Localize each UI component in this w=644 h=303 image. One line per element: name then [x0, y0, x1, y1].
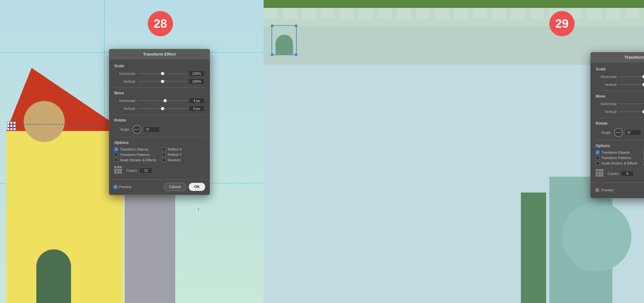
left-reflect-y-label: Reflect Y — [168, 153, 182, 157]
right-preview-row: Preview — [595, 188, 643, 192]
left-scale-label: Scale — [114, 64, 205, 68]
right-divider-3 — [596, 140, 644, 140]
right-scale-h-row: Horizontal: 100% — [596, 74, 644, 80]
right-move-h-slider[interactable] — [620, 104, 644, 104]
house-door — [36, 249, 71, 303]
right-castle-wall — [264, 27, 644, 65]
dashed-line — [16, 124, 105, 125]
merlon — [606, 8, 620, 19]
left-random-checkbox[interactable] — [162, 158, 166, 162]
right-options-columns: Transform Objects Transform Patterns Sca… — [596, 151, 644, 167]
left-scale-h-value[interactable]: 100% — [189, 71, 205, 76]
left-angle-label: Angle: — [114, 128, 130, 131]
left-scale-h-slider[interactable] — [138, 73, 187, 74]
right-transform-objects-label: Transform Objects — [601, 151, 630, 154]
right-dial-inner — [616, 132, 621, 133]
merlon — [530, 8, 544, 19]
right-copies-value[interactable]: 9 — [621, 171, 634, 176]
left-reflect-x-checkbox[interactable] — [162, 147, 166, 151]
left-reflect-y-row[interactable]: Reflect Y — [162, 153, 205, 157]
right-scale-strokes-checkbox[interactable] — [596, 161, 599, 165]
merlon — [454, 8, 468, 19]
merlon — [435, 8, 449, 19]
left-angle-value[interactable]: 0° — [144, 127, 160, 132]
right-move-v-label: Vertical: — [596, 110, 617, 114]
right-rotate-row: Angle: 0° — [596, 128, 644, 137]
left-move-h-label: Horizontal: — [114, 99, 136, 103]
right-green-top — [264, 0, 644, 8]
left-scale-strokes-row[interactable]: Scale Strokes & Effects — [114, 158, 157, 162]
step-badge-29: 29 — [549, 11, 575, 36]
left-transform-dialog[interactable]: Transform Effect Scale Horizontal: 100% … — [109, 49, 210, 195]
right-move-h-label: Horizontal: — [596, 102, 617, 106]
left-scale-v-value[interactable]: 100% — [189, 79, 205, 84]
step-badge-28: 28 — [148, 11, 173, 36]
left-move-v-label: Vertical: — [114, 107, 136, 110]
merlon — [283, 8, 297, 19]
left-preview-checkbox[interactable] — [114, 185, 117, 189]
merlon-row — [264, 8, 644, 19]
sel-corner-tl — [271, 25, 273, 27]
right-dialog-footer: Preview Cancel OK — [591, 182, 644, 198]
right-scale-v-label: Vertical: — [596, 83, 617, 86]
left-scale-v-label: Vertical: — [114, 80, 136, 83]
left-dialog-body: Scale Horizontal: 100% Vertical: 100% — [109, 59, 210, 179]
left-move-v-thumb — [161, 107, 164, 110]
merlon — [359, 8, 373, 19]
right-scale-strokes-row[interactable]: Scale Strokes & Effects — [596, 161, 638, 165]
handle-dot — [10, 125, 13, 127]
left-random-row[interactable]: Random — [162, 158, 205, 162]
left-scale-h-thumb — [161, 72, 164, 75]
right-angle-dial[interactable] — [614, 128, 623, 137]
left-reflect-x-label: Reflect X — [168, 147, 182, 151]
left-transform-patterns-row[interactable]: Transform Patterns — [114, 153, 157, 157]
scene-container: 28 Transform Effect Scale Horizontal: 10… — [0, 0, 644, 303]
left-reflect-x-row[interactable]: Reflect X — [162, 147, 205, 151]
right-move-v-slider[interactable] — [620, 111, 644, 112]
left-cancel-button[interactable]: Cancel — [164, 183, 186, 191]
merlon — [473, 8, 487, 19]
selection-handle — [7, 122, 16, 130]
left-move-h-value[interactable]: 4 px — [189, 98, 205, 104]
handle-dot — [13, 122, 16, 124]
left-move-v-slider[interactable] — [138, 108, 187, 109]
handle-dot — [7, 122, 9, 124]
left-reflect-y-checkbox[interactable] — [162, 153, 166, 157]
merlon — [340, 8, 354, 19]
left-move-h-slider[interactable] — [138, 100, 187, 101]
left-grid-icon — [114, 166, 123, 175]
right-dialog-title: Transform Effect — [591, 52, 644, 62]
left-copies-value[interactable]: 12 — [140, 168, 152, 173]
left-angle-dial[interactable] — [133, 125, 141, 134]
left-transform-objects-row[interactable]: Transform Objects — [114, 147, 157, 151]
right-transform-objects-checkbox[interactable] — [596, 151, 599, 154]
right-castle-top — [264, 8, 644, 27]
left-scale-strokes-checkbox[interactable] — [114, 158, 118, 162]
right-scale-h-slider[interactable] — [620, 76, 644, 77]
right-transform-dialog[interactable]: Transform Effect Scale Horizontal: 100% … — [590, 52, 644, 198]
left-options-label: Options — [114, 140, 205, 145]
right-angle-value[interactable]: 0° — [625, 130, 641, 135]
right-preview-checkbox[interactable] — [595, 188, 599, 192]
left-ok-button[interactable]: OK — [189, 183, 205, 191]
sel-corner-bl — [271, 53, 273, 56]
right-move-v-row: Vertical: 0 px — [596, 109, 644, 115]
left-transform-objects-checkbox[interactable] — [114, 147, 118, 151]
right-transform-patterns-row[interactable]: Transform Patterns — [596, 156, 638, 160]
left-move-h-row: Horizontal: 4 px — [114, 98, 205, 104]
right-teal-circle — [562, 202, 631, 271]
right-scale-v-slider[interactable] — [620, 84, 644, 85]
left-transform-patterns-checkbox[interactable] — [114, 153, 118, 157]
left-scale-h-label: Horizontal: — [114, 72, 136, 75]
left-rotate-row: Angle: 0° — [114, 125, 205, 134]
left-copies-label: Copies — [126, 169, 137, 172]
left-move-v-value[interactable]: 0 px — [189, 106, 205, 111]
left-divider-3 — [114, 137, 205, 137]
right-copies-label: Copies — [608, 172, 618, 175]
merlon — [625, 8, 639, 19]
left-scale-v-slider[interactable] — [138, 81, 187, 82]
left-options-columns: Transform Objects Transform Patterns Sca… — [114, 147, 205, 163]
left-move-h-thumb — [164, 99, 167, 102]
right-transform-objects-row[interactable]: Transform Objects — [596, 151, 638, 154]
right-transform-patterns-checkbox[interactable] — [596, 156, 599, 160]
